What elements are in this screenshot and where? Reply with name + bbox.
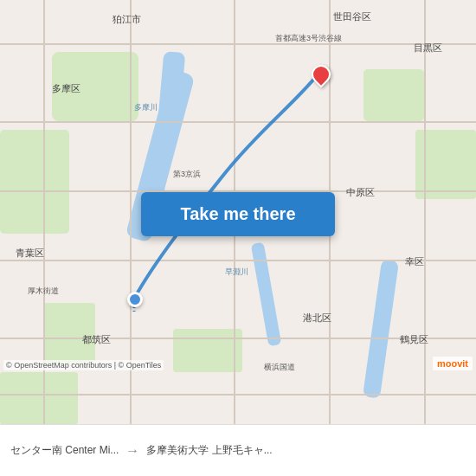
- green-area-3: [363, 69, 424, 121]
- label-tsuzuki: 都筑区: [82, 333, 111, 346]
- take-me-there-button[interactable]: Take me there: [141, 192, 335, 236]
- bottom-to-label: 多摩美術大学 上野毛キャ...: [146, 443, 466, 458]
- minor-road-1: [0, 43, 476, 45]
- label-tsurumi: 鶴見区: [400, 333, 428, 346]
- label-nakahara: 中原区: [346, 186, 375, 199]
- label-shuto: 首都高速3号渋谷線: [275, 33, 342, 44]
- minor-road-2: [0, 121, 476, 123]
- label-daisankeihan: 第3京浜: [173, 169, 201, 180]
- minor-road-v5: [424, 0, 426, 424]
- label-atsugi: 厚木街道: [28, 286, 59, 297]
- bottom-from-label: センター南 Center Mi...: [10, 443, 119, 458]
- map-attribution: © OpenStreetMap contributors | © OpenTil…: [3, 360, 164, 370]
- label-saiwai: 幸区: [405, 255, 424, 268]
- origin-marker: [127, 292, 143, 307]
- label-tama: 多摩区: [52, 82, 80, 95]
- label-aoba: 青葉区: [16, 247, 44, 260]
- green-area-2: [0, 130, 69, 234]
- minor-road-6: [0, 394, 476, 396]
- label-yokohama: 横浜国道: [264, 362, 295, 373]
- moovit-logo: moovit: [433, 357, 473, 370]
- label-hayabuchi: 早淵川: [225, 267, 248, 278]
- bottom-bar: センター南 Center Mi... → 多摩美術大学 上野毛キャ...: [0, 424, 476, 476]
- bottom-arrow-icon: →: [125, 443, 139, 459]
- label-meguro: 目黒区: [414, 42, 442, 55]
- label-komae: 狛江市: [113, 13, 141, 26]
- label-tamagawa: 多摩川: [134, 102, 158, 113]
- label-setagaya: 世田谷区: [333, 10, 371, 23]
- label-kohoku: 港北区: [303, 312, 331, 325]
- map-container: 狛江市 世田谷区 多摩区 中原区 青葉区 都筑区 目黒区 港北区 鶴見区 幸区 …: [0, 0, 476, 424]
- green-area-6: [0, 372, 78, 424]
- green-area-7: [173, 329, 242, 372]
